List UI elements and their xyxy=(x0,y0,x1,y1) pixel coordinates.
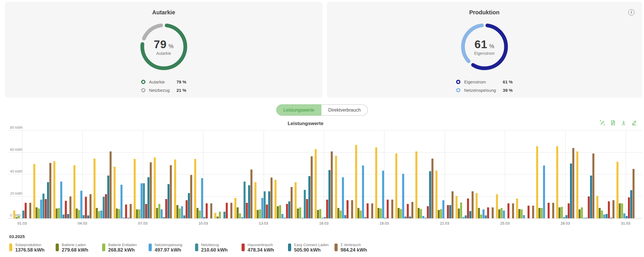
bar-batterie-laden xyxy=(317,210,319,218)
legend-item[interactable]: Σ Verbrauch984.24 kWh xyxy=(334,243,381,253)
gridline-80-kWh xyxy=(9,130,642,131)
edit-icon[interactable] xyxy=(631,120,637,126)
bar-netzbezug xyxy=(183,215,185,218)
bar-netzeinspeisung xyxy=(301,218,303,218)
tab-direktverbrauch[interactable]: Direktverbrauch xyxy=(321,104,368,116)
bar-group-11.03 xyxy=(214,131,232,218)
bar-batterie-entladen xyxy=(480,215,482,218)
bar-solarproduktion xyxy=(295,182,297,218)
bar-group-19.03 xyxy=(375,131,393,218)
bar-solarproduktion xyxy=(254,182,256,218)
bar--verbrauch xyxy=(331,151,333,218)
bar-batterie-entladen xyxy=(199,211,201,218)
bar-group-28.03 xyxy=(556,131,574,218)
legend-item-label: Batterie Laden xyxy=(62,243,88,247)
bar--verbrauch xyxy=(311,156,313,218)
bar-easy-connect-laden xyxy=(67,214,69,218)
bar-easy-connect-laden xyxy=(127,218,129,218)
autarkie-legend-value: 79 % xyxy=(176,79,186,84)
bar--verbrauch xyxy=(592,153,594,218)
bar-solarproduktion xyxy=(194,159,196,218)
bar-hausverbrauch xyxy=(347,200,349,218)
bar-netzeinspeisung xyxy=(543,166,545,218)
legend-item[interactable]: Hausverbrauch478.34 kWh xyxy=(242,243,288,253)
bar-netzbezug xyxy=(384,218,386,218)
bar-hausverbrauch xyxy=(608,201,610,218)
chart-legend: Solarproduktion1376.58 kWhBatterie Laden… xyxy=(9,243,381,253)
legend-item[interactable]: Netzeinspeisung497.97 kWh xyxy=(149,243,195,253)
bar-netzbezug xyxy=(626,216,628,218)
bar-hausverbrauch xyxy=(507,203,509,218)
bar-netzbezug xyxy=(223,212,225,218)
legend-item[interactable]: Batterie Entladen268.82 kWh xyxy=(102,243,149,253)
bar-batterie-entladen xyxy=(219,212,221,218)
bar-netzbezug xyxy=(83,215,85,218)
bar-netzeinspeisung xyxy=(623,213,625,218)
bar--verbrauch xyxy=(250,170,252,218)
bar--verbrauch xyxy=(633,169,635,218)
bar-solarproduktion xyxy=(556,146,558,218)
legend-item[interactable]: Batterie Laden279.68 kWh xyxy=(56,243,102,253)
eigenstrom-ring-icon xyxy=(456,80,460,84)
bar-batterie-entladen xyxy=(259,209,261,218)
y-axis-label: 80 kWh xyxy=(10,125,23,130)
bar-batterie-laden xyxy=(76,209,78,218)
exit-fullscreen-icon[interactable] xyxy=(600,120,605,126)
bar--verbrauch xyxy=(90,194,92,218)
bar-batterie-entladen xyxy=(279,205,281,218)
legend-swatch-icon xyxy=(149,244,152,251)
bar-batterie-laden xyxy=(217,217,219,218)
download-icon[interactable] xyxy=(621,120,627,126)
bar-group-08.03 xyxy=(154,131,172,218)
bar-batterie-entladen xyxy=(98,211,100,218)
bar--verbrauch xyxy=(452,191,454,218)
bar-solarproduktion xyxy=(375,147,377,218)
netzbezug-legend-label: Netzbezug xyxy=(149,88,174,93)
bar-solarproduktion xyxy=(114,167,116,218)
bar-netzeinspeisung xyxy=(201,178,203,218)
legend-item-value: 279.68 kWh xyxy=(62,247,88,253)
bar-batterie-laden xyxy=(116,209,118,218)
bar-netzbezug xyxy=(123,218,125,218)
x-axis-label: 31.03 xyxy=(616,221,636,225)
eigenstrom-legend-label: Eigenstrom xyxy=(464,79,500,84)
bar-batterie-entladen xyxy=(118,209,120,219)
legend-item[interactable]: Netzbezug210.60 kWh xyxy=(195,243,242,253)
bar--verbrauch xyxy=(69,196,71,219)
bar-batterie-laden xyxy=(559,207,561,218)
legend-item-label: Hausverbrauch xyxy=(248,243,274,247)
bar-batterie-laden xyxy=(196,208,199,218)
dashboard-page: Autarkie 79 % Autarkie Autarkie 79 % Net… xyxy=(0,0,644,257)
bar--verbrauch xyxy=(371,203,373,218)
bar-solarproduktion xyxy=(315,149,317,218)
bar-batterie-entladen xyxy=(420,209,422,219)
bar-netzbezug xyxy=(425,218,427,218)
bar-netzeinspeisung xyxy=(100,211,102,218)
bar-batterie-laden xyxy=(579,209,581,218)
bar-easy-connect-laden xyxy=(47,182,49,218)
bar-solarproduktion xyxy=(335,156,337,218)
legend-item[interactable]: Easy Connect Laden505.90 kWh xyxy=(288,243,334,253)
autarkie-ring-icon xyxy=(141,80,145,84)
bar-solarproduktion xyxy=(134,159,136,218)
bar-batterie-entladen xyxy=(521,209,523,218)
bar-solarproduktion xyxy=(476,193,478,218)
bar-batterie-entladen xyxy=(158,204,160,218)
bar--verbrauch xyxy=(351,200,353,218)
bar-netzeinspeisung xyxy=(402,174,404,218)
bar-batterie-entladen xyxy=(38,209,40,218)
report-icon[interactable] xyxy=(610,120,616,126)
bar-hausverbrauch xyxy=(145,204,147,218)
x-axis-label: 16.03 xyxy=(314,221,334,225)
bar-batterie-laden xyxy=(15,217,17,218)
bar--verbrauch xyxy=(271,178,273,218)
legend-item[interactable]: Solarproduktion1376.58 kWh xyxy=(9,243,56,253)
info-icon[interactable]: i xyxy=(628,9,635,15)
tab-leistungswerte[interactable]: Leistungswerte xyxy=(276,104,322,116)
bar-netzeinspeisung xyxy=(362,166,364,218)
legend-item-label: Netzeinspeisung xyxy=(155,243,182,247)
x-axis-label: 25.03 xyxy=(495,221,515,225)
autarkie-donut-chart: 79 % Autarkie xyxy=(135,18,192,75)
produktion-donut-chart: 61 % Eigenstrom xyxy=(456,18,513,75)
bar-solarproduktion xyxy=(355,145,357,218)
